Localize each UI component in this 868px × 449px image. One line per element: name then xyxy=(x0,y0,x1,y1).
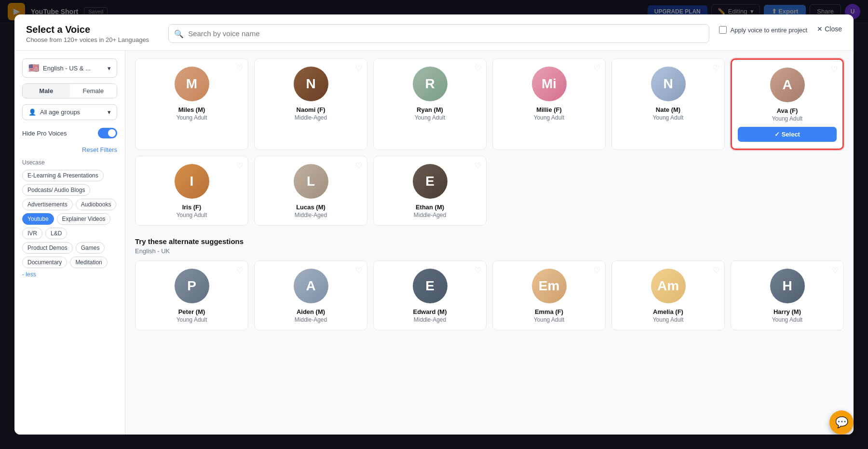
suggestion-voice-card[interactable]: ♡AAiden (M)Middle-Aged xyxy=(254,260,367,330)
modal-title: Select a Voice xyxy=(26,24,149,35)
heart-button[interactable]: ♡ xyxy=(236,266,243,275)
age-group-selector[interactable]: 👤 All age groups ▾ xyxy=(22,104,117,120)
usecase-tag[interactable]: Explainer Videos xyxy=(57,213,111,225)
voice-avatar: Am xyxy=(651,269,686,303)
voice-age: Young Adult xyxy=(380,114,480,121)
close-icon: ✕ xyxy=(817,25,823,33)
search-icon: 🔍 xyxy=(174,29,184,38)
heart-button[interactable]: ♡ xyxy=(355,161,362,170)
suggestion-voice-card[interactable]: ♡HHarry (M)Young Adult xyxy=(731,260,844,330)
apply-voice-text: Apply voice to entire project xyxy=(731,27,808,34)
voice-avatar: R xyxy=(413,67,448,101)
voice-age: Middle-Aged xyxy=(260,114,361,121)
reset-filters-link[interactable]: Reset Filters xyxy=(22,146,117,153)
usecase-tag[interactable]: Meditation xyxy=(70,257,107,268)
voice-avatar: M xyxy=(175,67,209,101)
voice-age: Young Adult xyxy=(618,316,719,323)
voice-avatar: I xyxy=(175,164,209,199)
usecase-tag[interactable]: IVR xyxy=(22,228,42,239)
usecase-tag[interactable]: L&D xyxy=(45,228,67,239)
select-voice-button[interactable]: ✓ Select xyxy=(738,127,837,142)
voice-avatar: E xyxy=(413,164,448,199)
voice-name: Ethan (M) xyxy=(380,204,480,211)
usecase-tag[interactable]: Audiobooks xyxy=(76,199,117,210)
voice-card[interactable]: ♡MiMillie (F)Young Adult xyxy=(492,58,606,150)
search-bar-container: 🔍 xyxy=(168,24,709,43)
heart-button[interactable]: ♡ xyxy=(355,64,362,73)
usecase-tags: E-Learning & PresentationsPodcasts/ Audi… xyxy=(22,170,117,278)
heart-button[interactable]: ♡ xyxy=(475,64,481,73)
suggestion-voice-card[interactable]: ♡PPeter (M)Young Adult xyxy=(135,260,248,330)
voice-avatar: A xyxy=(770,68,805,102)
suggestion-voice-card[interactable]: ♡AmAmelia (F)Young Adult xyxy=(611,260,725,330)
voice-age: Young Adult xyxy=(141,212,242,218)
suggestions-section: Try these alternate suggestions English … xyxy=(135,237,844,330)
select-voice-modal: Select a Voice Choose from 120+ voices i… xyxy=(14,14,854,435)
heart-button[interactable]: ♡ xyxy=(475,266,481,275)
heart-button[interactable]: ♡ xyxy=(475,161,481,170)
voice-card[interactable]: ♡IIris (F)Young Adult xyxy=(135,156,248,226)
suggestion-voice-card[interactable]: ♡EEdward (M)Middle-Aged xyxy=(373,260,487,330)
language-selector[interactable]: 🇺🇸 English - US & ... ▾ xyxy=(22,58,117,78)
chevron-down-icon: ▾ xyxy=(108,109,111,116)
voice-age: Young Adult xyxy=(738,115,837,122)
usecase-tag[interactable]: Advertisements xyxy=(22,199,73,210)
voice-card[interactable]: ♡MMiles (M)Young Adult xyxy=(135,58,248,150)
primary-voice-grid: ♡MMiles (M)Young Adult♡NNaomi (F)Middle-… xyxy=(135,58,844,226)
female-gender-button[interactable]: Female xyxy=(70,84,117,98)
heart-button[interactable]: ♡ xyxy=(594,64,600,73)
usecase-tag[interactable]: Youtube xyxy=(22,213,54,225)
voice-avatar: Mi xyxy=(532,67,567,101)
chevron-down-icon: ▾ xyxy=(108,65,111,72)
heart-button[interactable]: ♡ xyxy=(713,64,719,73)
usecase-tag[interactable]: Games xyxy=(76,242,105,254)
search-input[interactable] xyxy=(168,24,709,43)
voice-name: Ava (F) xyxy=(738,107,837,114)
heart-button[interactable]: ♡ xyxy=(832,266,839,275)
apply-voice-checkbox[interactable] xyxy=(719,26,727,34)
usecase-tag[interactable]: Product Demos xyxy=(22,242,73,254)
voice-age: Young Adult xyxy=(499,114,599,121)
flag-icon: 🇺🇸 xyxy=(28,63,39,73)
hide-pro-toggle[interactable] xyxy=(98,128,117,138)
heart-button[interactable]: ♡ xyxy=(236,64,243,73)
suggestions-voice-grid: ♡PPeter (M)Young Adult♡AAiden (M)Middle-… xyxy=(135,260,844,330)
voice-name: Edward (M) xyxy=(380,308,480,315)
hide-pro-voices-row: Hide Pro Voices xyxy=(22,128,117,138)
voice-avatar: L xyxy=(294,164,328,199)
heart-button[interactable]: ♡ xyxy=(355,266,362,275)
usecase-tag[interactable]: E-Learning & Presentations xyxy=(22,170,104,181)
heart-button[interactable]: ♡ xyxy=(236,161,243,170)
suggestion-voice-card[interactable]: ♡EmEmma (F)Young Adult xyxy=(492,260,606,330)
voice-avatar: N xyxy=(294,67,328,101)
voice-name: Naomi (F) xyxy=(260,106,361,113)
close-button[interactable]: ✕ Close xyxy=(817,25,842,33)
heart-button[interactable]: ♡ xyxy=(594,266,600,275)
voice-name: Amelia (F) xyxy=(618,308,719,315)
voice-name: Harry (M) xyxy=(737,308,838,315)
voice-card[interactable]: ♡RRyan (M)Young Adult xyxy=(373,58,487,150)
voice-name: Ryan (M) xyxy=(380,106,480,113)
voice-avatar: P xyxy=(175,269,209,303)
voice-name: Aiden (M) xyxy=(260,308,361,315)
voice-name: Iris (F) xyxy=(141,204,242,211)
voice-age: Middle-Aged xyxy=(380,212,480,218)
voice-card[interactable]: ♡AAva (F)Young Adult✓ Select xyxy=(731,58,844,150)
usecase-tag[interactable]: Documentary xyxy=(22,257,67,268)
male-gender-button[interactable]: Male xyxy=(23,84,70,98)
apply-voice-label[interactable]: Apply voice to entire project xyxy=(719,26,808,34)
voice-card[interactable]: ♡NNaomi (F)Middle-Aged xyxy=(254,58,367,150)
voice-card[interactable]: ♡NNate (M)Young Adult xyxy=(611,58,725,150)
less-link[interactable]: - less xyxy=(22,271,36,278)
voice-card[interactable]: ♡LLucas (M)Middle-Aged xyxy=(254,156,367,226)
person-icon: 👤 xyxy=(28,109,36,116)
voice-card[interactable]: ♡EEthan (M)Middle-Aged xyxy=(373,156,487,226)
chat-support-button[interactable]: 💬 xyxy=(829,410,854,435)
heart-button[interactable]: ♡ xyxy=(831,65,838,74)
suggestions-title: Try these alternate suggestions xyxy=(135,237,844,245)
voice-age: Young Adult xyxy=(141,316,242,323)
voice-name: Miles (M) xyxy=(141,106,242,113)
heart-button[interactable]: ♡ xyxy=(713,266,719,275)
usecase-tag[interactable]: Podcasts/ Audio Blogs xyxy=(22,184,90,196)
voice-avatar: A xyxy=(294,269,328,303)
